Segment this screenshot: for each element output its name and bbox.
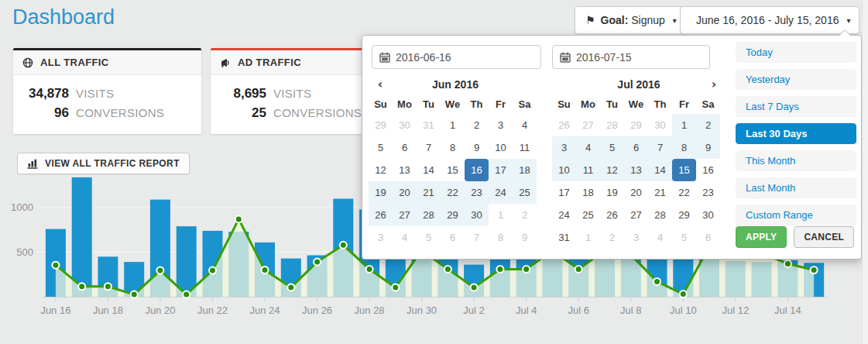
calendar-day[interactable]: 16 (465, 159, 489, 181)
calendar-day[interactable]: 9 (696, 136, 720, 159)
calendar-day[interactable]: 7 (465, 226, 489, 249)
calendar-day[interactable]: 1 (672, 114, 696, 136)
calendar-day[interactable]: 5 (600, 136, 624, 159)
calendar-day[interactable]: 8 (672, 136, 696, 159)
calendar-day[interactable]: 27 (393, 204, 417, 226)
calendar-day[interactable]: 23 (465, 181, 489, 204)
chart-point[interactable] (78, 283, 85, 290)
calendar-day[interactable]: 26 (552, 114, 576, 136)
calendar-day[interactable]: 6 (441, 226, 465, 249)
calendar-day[interactable]: 31 (552, 226, 576, 249)
calendar-day[interactable]: 22 (672, 181, 696, 204)
range-option-today[interactable]: Today (736, 42, 856, 63)
calendar-day[interactable]: 14 (648, 159, 672, 181)
chart-bar[interactable] (177, 226, 197, 297)
view-all-traffic-report-button[interactable]: VIEW ALL TRAFFIC REPORT (17, 153, 190, 174)
calendar-day[interactable]: 27 (576, 114, 600, 136)
apply-button[interactable]: APPLY (736, 226, 787, 248)
cancel-button[interactable]: CANCEL (794, 226, 854, 248)
calendar-day[interactable]: 19 (369, 181, 393, 204)
chart-point[interactable] (131, 291, 138, 298)
calendar-day[interactable]: 6 (393, 136, 417, 159)
calendar-day[interactable]: 20 (393, 181, 417, 204)
calendar-day[interactable]: 3 (624, 226, 648, 249)
calendar-day[interactable]: 29 (441, 204, 465, 226)
calendar-day[interactable]: 30 (696, 204, 720, 226)
calendar-day[interactable]: 22 (441, 181, 465, 204)
calendar-day[interactable]: 5 (369, 136, 393, 159)
calendar-day[interactable]: 10 (489, 136, 513, 159)
chart-point[interactable] (183, 291, 190, 298)
chart-point[interactable] (444, 266, 451, 273)
calendar-day[interactable]: 29 (369, 114, 393, 136)
calendar-day[interactable]: 7 (648, 136, 672, 159)
calendar-day[interactable]: 18 (576, 181, 600, 204)
calendar-day[interactable]: 6 (696, 226, 720, 249)
calendar-day[interactable]: 21 (648, 181, 672, 204)
calendar-day[interactable]: 4 (393, 226, 417, 249)
calendar-day[interactable]: 3 (369, 226, 393, 249)
calendar-day[interactable]: 14 (417, 159, 441, 181)
calendar-day[interactable]: 16 (696, 159, 720, 181)
chart-point[interactable] (523, 266, 530, 273)
calendar-day[interactable]: 6 (624, 136, 648, 159)
calendar-day[interactable]: 5 (672, 226, 696, 249)
calendar-day[interactable]: 26 (369, 204, 393, 226)
calendar-day[interactable]: 28 (600, 114, 624, 136)
end-date-input[interactable] (576, 46, 708, 68)
calendar-day[interactable]: 17 (552, 181, 576, 204)
calendar-day[interactable]: 23 (696, 181, 720, 204)
chart-point[interactable] (287, 284, 294, 291)
prev-month-arrow-icon[interactable]: ‹ (370, 74, 390, 95)
next-month-arrow-icon[interactable]: › (704, 74, 724, 95)
calendar-day[interactable]: 3 (489, 114, 513, 136)
calendar-day[interactable]: 2 (696, 114, 720, 136)
calendar-day[interactable]: 3 (552, 136, 576, 159)
calendar-day[interactable]: 5 (417, 226, 441, 249)
calendar-day[interactable]: 10 (552, 159, 576, 181)
calendar-day[interactable]: 30 (465, 204, 489, 226)
calendar-day[interactable]: 29 (672, 204, 696, 226)
scrollbar[interactable] (862, 0, 868, 344)
calendar-day[interactable]: 8 (441, 136, 465, 159)
chart-point[interactable] (392, 284, 399, 291)
chart-point[interactable] (575, 266, 582, 273)
calendar-day[interactable]: 8 (489, 226, 513, 249)
calendar-day[interactable]: 28 (648, 204, 672, 226)
calendar-day[interactable]: 4 (576, 136, 600, 159)
chart-point[interactable] (654, 278, 660, 285)
chart-point[interactable] (262, 267, 269, 273)
calendar-day[interactable]: 2 (600, 226, 624, 249)
chart-point[interactable] (784, 260, 791, 267)
calendar-day[interactable]: 26 (600, 204, 624, 226)
calendar-day[interactable]: 18 (513, 159, 537, 181)
calendar-day[interactable]: 21 (417, 181, 441, 204)
calendar-day[interactable]: 24 (552, 204, 576, 226)
start-date-input[interactable] (396, 46, 539, 68)
calendar-day[interactable]: 20 (624, 181, 648, 204)
calendar-day[interactable]: 9 (513, 226, 537, 249)
calendar-day[interactable]: 9 (465, 136, 489, 159)
calendar-day[interactable]: 29 (624, 114, 648, 136)
chart-point[interactable] (314, 259, 321, 266)
calendar-day[interactable]: 4 (648, 226, 672, 249)
calendar-day[interactable]: 24 (489, 181, 513, 204)
chart-point[interactable] (105, 283, 112, 290)
chart-point[interactable] (235, 215, 242, 222)
calendar-day[interactable]: 11 (576, 159, 600, 181)
calendar-day[interactable]: 15 (672, 159, 696, 181)
range-option-custom-range[interactable]: Custom Range (736, 205, 856, 225)
chart-point[interactable] (156, 267, 163, 274)
calendar-day[interactable]: 12 (600, 159, 624, 181)
calendar-day[interactable]: 17 (489, 159, 513, 181)
range-option-last-7-days[interactable]: Last 7 Days (736, 96, 856, 117)
calendar-day[interactable]: 31 (417, 114, 441, 136)
calendar-day[interactable]: 27 (624, 204, 648, 226)
calendar-day[interactable]: 13 (393, 159, 417, 181)
chart-point[interactable] (680, 291, 687, 298)
calendar-day[interactable]: 30 (393, 114, 417, 136)
calendar-day[interactable]: 13 (624, 159, 648, 181)
range-option-last-30-days[interactable]: Last 30 Days (736, 123, 856, 144)
calendar-day[interactable]: 25 (513, 181, 537, 204)
calendar-day[interactable]: 28 (417, 204, 441, 226)
